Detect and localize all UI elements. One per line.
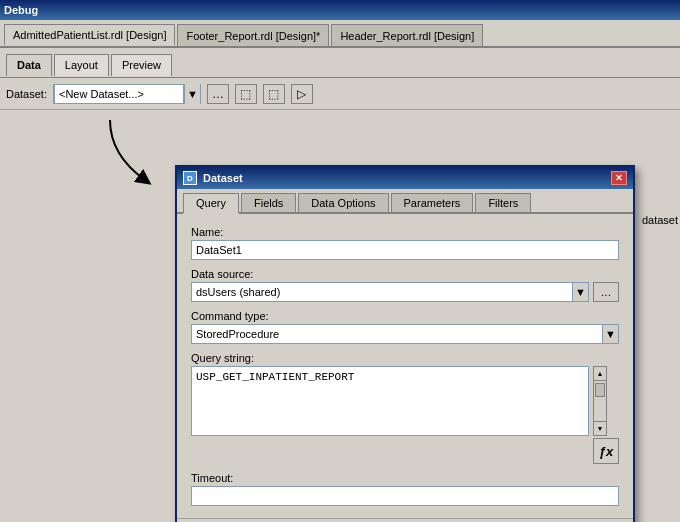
query-area: <span data-bind="dialog.fields.query_val… (191, 366, 619, 464)
dataset-label: Dataset: (6, 88, 47, 100)
copy1-icon: ⬚ (240, 87, 251, 101)
toolbar-btn-copy1[interactable]: ⬚ (235, 84, 257, 104)
dialog-body: Name: Data source: dsUsers (shared) ▼ … … (177, 214, 633, 518)
dialog-close-button[interactable]: ✕ (611, 171, 627, 185)
query-label: Query string: (191, 352, 619, 364)
doc-tab-2[interactable]: Header_Report.rdl [Design] (331, 24, 483, 46)
datasource-row: dsUsers (shared) ▼ … (191, 282, 619, 302)
dataset-dropdown[interactable]: <New Dataset...> (54, 84, 184, 104)
dialog-tab-data-options-label: Data Options (311, 197, 375, 209)
fx-button[interactable]: ƒx (593, 438, 619, 464)
doc-tab-1[interactable]: Footer_Report.rdl [Design]* (177, 24, 329, 46)
close-icon: ✕ (615, 173, 623, 183)
timeout-input[interactable] (191, 486, 619, 506)
query-textarea[interactable]: <span data-bind="dialog.fields.query_val… (191, 366, 589, 436)
chevron-down-icon: ▼ (605, 328, 616, 340)
dialog-tab-filters[interactable]: Filters (475, 193, 531, 212)
command-value: StoredProcedure (196, 328, 279, 340)
sub-tab-preview[interactable]: Preview (111, 54, 172, 76)
sub-tab-label-layout: Layout (65, 59, 98, 71)
doc-tab-label-0: AdmittedPatientList.rdl [Design] (13, 29, 166, 41)
annotation-arrow (50, 115, 170, 205)
command-arrow-icon[interactable]: ▼ (602, 325, 618, 343)
sub-tab-label-preview: Preview (122, 59, 161, 71)
dialog-tab-fields-label: Fields (254, 197, 283, 209)
command-label: Command type: (191, 310, 619, 322)
datasource-dropdown[interactable]: dsUsers (shared) ▼ (191, 282, 589, 302)
sub-tab-label-data: Data (17, 59, 41, 71)
scroll-up-button[interactable]: ▲ (594, 367, 606, 381)
edge-label: dataset (642, 214, 678, 226)
sub-tab-data[interactable]: Data (6, 54, 52, 76)
datasource-arrow-icon[interactable]: ▼ (572, 283, 588, 301)
toolbar-btn-forward[interactable]: ▷ (291, 84, 313, 104)
chevron-down-icon: ▼ (575, 286, 586, 298)
chevron-down-icon: ▼ (187, 88, 198, 100)
scroll-down-button[interactable]: ▼ (594, 421, 606, 435)
dialog-tab-fields[interactable]: Fields (241, 193, 296, 212)
dialog-title-text: Dataset (203, 172, 243, 184)
datasource-browse-button[interactable]: … (593, 282, 619, 302)
dialog-tabs: Query Fields Data Options Parameters Fil… (177, 189, 633, 214)
dialog-tab-parameters[interactable]: Parameters (391, 193, 474, 212)
browse-icon: … (601, 286, 612, 298)
dialog-footer: OK Cancel Help (177, 518, 633, 522)
app-title: Debug (4, 4, 38, 16)
copy2-icon: ⬚ (268, 87, 279, 101)
dataset-value: <New Dataset...> (59, 88, 144, 100)
scroll-thumb[interactable] (595, 383, 605, 397)
doc-tab-0[interactable]: AdmittedPatientList.rdl [Design] (4, 24, 175, 46)
dialog-tab-query-label: Query (196, 197, 226, 209)
sub-tabs: Data Layout Preview (0, 48, 680, 78)
dialog-title-bar: D Dataset ✕ (177, 167, 633, 189)
name-input[interactable] (191, 240, 619, 260)
dialog-tab-filters-label: Filters (488, 197, 518, 209)
timeout-label: Timeout: (191, 472, 619, 484)
query-scrollbar: ▲ ▼ (593, 366, 607, 436)
toolbar: Dataset: <New Dataset...> ▼ … ⬚ ⬚ ▷ (0, 78, 680, 110)
doc-tabs: AdmittedPatientList.rdl [Design] Footer_… (0, 20, 680, 48)
doc-tab-label-1: Footer_Report.rdl [Design]* (186, 30, 320, 42)
dialog-tab-data-options[interactable]: Data Options (298, 193, 388, 212)
toolbar-btn-copy2[interactable]: ⬚ (263, 84, 285, 104)
dots-icon: … (212, 87, 224, 101)
main-area: dataset D Dataset ✕ Query Fields (0, 110, 680, 480)
command-row: StoredProcedure ▼ (191, 324, 619, 344)
dialog-tab-query[interactable]: Query (183, 193, 239, 214)
doc-tab-label-2: Header_Report.rdl [Design] (340, 30, 474, 42)
datasource-label: Data source: (191, 268, 619, 280)
dataset-dialog: D Dataset ✕ Query Fields Data Options Pa… (175, 165, 635, 522)
title-bar: Debug (0, 0, 680, 20)
sub-tab-layout[interactable]: Layout (54, 54, 109, 76)
datasource-value: dsUsers (shared) (196, 286, 280, 298)
dataset-dropdown-arrow[interactable]: ▼ (184, 84, 200, 104)
forward-icon: ▷ (297, 87, 306, 101)
command-dropdown[interactable]: StoredProcedure ▼ (191, 324, 619, 344)
dialog-tab-parameters-label: Parameters (404, 197, 461, 209)
dialog-icon: D (183, 171, 197, 185)
toolbar-btn-dots[interactable]: … (207, 84, 229, 104)
name-label: Name: (191, 226, 619, 238)
fx-icon: ƒx (599, 444, 613, 459)
